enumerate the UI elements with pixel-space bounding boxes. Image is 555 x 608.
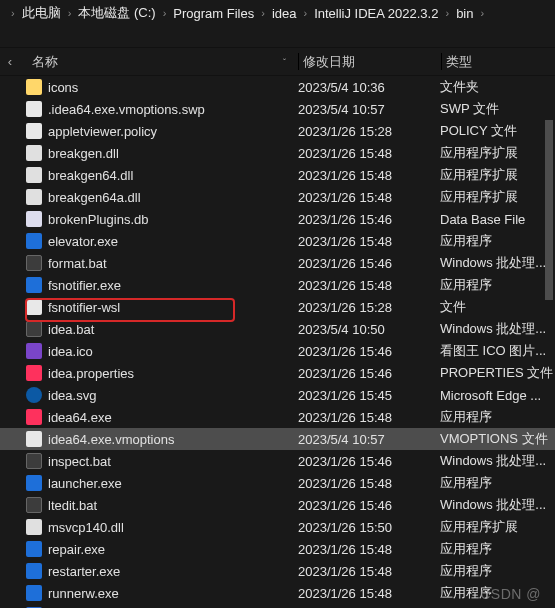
file-icon xyxy=(26,167,42,183)
scrollbar-thumb[interactable] xyxy=(545,120,553,300)
file-date: 2023/1/26 15:48 xyxy=(298,146,440,161)
file-type: 应用程序 xyxy=(440,474,555,492)
file-row[interactable]: format.bat2023/1/26 15:46Windows 批处理... xyxy=(0,252,555,274)
file-icon xyxy=(26,365,42,381)
file-row[interactable]: restarter.exe2023/1/26 15:48应用程序 xyxy=(0,560,555,582)
file-row[interactable]: breakgen64a.dll2023/1/26 15:48应用程序扩展 xyxy=(0,186,555,208)
file-type: Windows 批处理... xyxy=(440,452,555,470)
file-type: 看图王 ICO 图片... xyxy=(440,342,555,360)
file-date: 2023/1/26 15:48 xyxy=(298,190,440,205)
file-icon xyxy=(26,233,42,249)
column-header-type[interactable]: 类型 xyxy=(442,53,555,71)
file-type: 应用程序扩展 xyxy=(440,166,555,184)
file-row[interactable]: ltedit.bat2023/1/26 15:46Windows 批处理... xyxy=(0,494,555,516)
file-type: 应用程序 xyxy=(440,540,555,558)
file-date: 2023/1/26 15:50 xyxy=(298,520,440,535)
file-name: msvcp140.dll xyxy=(48,520,124,535)
file-name: format.bat xyxy=(48,256,107,271)
breadcrumb[interactable]: ›此电脑›本地磁盘 (C:)›Program Files›idea›Intell… xyxy=(0,0,555,26)
sort-indicator-icon: ˇ xyxy=(283,57,286,67)
file-name: idea.ico xyxy=(48,344,93,359)
column-header-date[interactable]: 修改日期 xyxy=(299,53,441,71)
breadcrumb-item[interactable]: 此电脑 xyxy=(20,4,63,22)
file-date: 2023/1/26 15:48 xyxy=(298,234,440,249)
file-type: Data Base File xyxy=(440,212,555,227)
file-row[interactable]: idea.ico2023/1/26 15:46看图王 ICO 图片... xyxy=(0,340,555,362)
file-list[interactable]: icons2023/5/4 10:36文件夹.idea64.exe.vmopti… xyxy=(0,76,555,608)
file-row[interactable]: repair.exe2023/1/26 15:48应用程序 xyxy=(0,538,555,560)
file-row[interactable]: breakgen64.dll2023/1/26 15:48应用程序扩展 xyxy=(0,164,555,186)
file-name: breakgen64.dll xyxy=(48,168,133,183)
file-type: 应用程序 xyxy=(440,408,555,426)
file-row[interactable]: .idea64.exe.vmoptions.swp2023/5/4 10:57S… xyxy=(0,98,555,120)
file-row[interactable]: Uninstall.exe2023/5/4 10:27应用程序 xyxy=(0,604,555,608)
file-date: 2023/1/26 15:48 xyxy=(298,586,440,601)
file-row[interactable]: idea.properties2023/1/26 15:46PROPERTIES… xyxy=(0,362,555,384)
file-name: launcher.exe xyxy=(48,476,122,491)
file-icon xyxy=(26,453,42,469)
breadcrumb-item[interactable]: Program Files xyxy=(171,6,256,21)
file-date: 2023/1/26 15:48 xyxy=(298,476,440,491)
file-row[interactable]: idea.bat2023/5/4 10:50Windows 批处理... xyxy=(0,318,555,340)
file-row[interactable]: fsnotifier.exe2023/1/26 15:48应用程序 xyxy=(0,274,555,296)
file-name: appletviewer.policy xyxy=(48,124,157,139)
breadcrumb-item[interactable]: bin xyxy=(454,6,475,21)
file-type: 文件 xyxy=(440,298,555,316)
file-date: 2023/1/26 15:46 xyxy=(298,498,440,513)
file-name: idea64.exe xyxy=(48,410,112,425)
file-name: idea.svg xyxy=(48,388,96,403)
file-date: 2023/1/26 15:28 xyxy=(298,124,440,139)
file-date: 2023/1/26 15:46 xyxy=(298,454,440,469)
file-date: 2023/1/26 15:46 xyxy=(298,212,440,227)
file-name: elevator.exe xyxy=(48,234,118,249)
breadcrumb-item[interactable]: 本地磁盘 (C:) xyxy=(76,4,157,22)
file-icon xyxy=(26,101,42,117)
file-name: fsnotifier-wsl xyxy=(48,300,120,315)
file-row[interactable]: inspect.bat2023/1/26 15:46Windows 批处理... xyxy=(0,450,555,472)
file-type: 应用程序扩展 xyxy=(440,144,555,162)
file-row[interactable]: idea64.exe2023/1/26 15:48应用程序 xyxy=(0,406,555,428)
file-row[interactable]: brokenPlugins.db2023/1/26 15:46Data Base… xyxy=(0,208,555,230)
file-row[interactable]: msvcp140.dll2023/1/26 15:50应用程序扩展 xyxy=(0,516,555,538)
file-type: PROPERTIES 文件 xyxy=(440,364,555,382)
file-row[interactable]: fsnotifier-wsl2023/1/26 15:28文件 xyxy=(0,296,555,318)
chevron-right-icon: › xyxy=(63,7,77,19)
file-row[interactable]: breakgen.dll2023/1/26 15:48应用程序扩展 xyxy=(0,142,555,164)
breadcrumb-item[interactable]: idea xyxy=(270,6,299,21)
file-row[interactable]: appletviewer.policy2023/1/26 15:28POLICY… xyxy=(0,120,555,142)
file-icon xyxy=(26,79,42,95)
file-row[interactable]: launcher.exe2023/1/26 15:48应用程序 xyxy=(0,472,555,494)
file-type: Windows 批处理... xyxy=(440,320,555,338)
file-row[interactable]: icons2023/5/4 10:36文件夹 xyxy=(0,76,555,98)
chevron-right-icon: › xyxy=(298,7,312,19)
column-header-name[interactable]: 名称 ˇ xyxy=(20,53,298,71)
file-type: POLICY 文件 xyxy=(440,122,555,140)
file-type: SWP 文件 xyxy=(440,100,555,118)
file-name: idea64.exe.vmoptions xyxy=(48,432,174,447)
breadcrumb-item[interactable]: IntelliJ IDEA 2022.3.2 xyxy=(312,6,440,21)
file-row[interactable]: idea64.exe.vmoptions2023/5/4 10:57VMOPTI… xyxy=(0,428,555,450)
file-name: breakgen64a.dll xyxy=(48,190,141,205)
file-type: Microsoft Edge ... xyxy=(440,388,555,403)
chevron-right-icon: › xyxy=(6,7,20,19)
file-date: 2023/5/4 10:36 xyxy=(298,80,440,95)
file-icon xyxy=(26,321,42,337)
file-date: 2023/1/26 15:46 xyxy=(298,366,440,381)
file-name: breakgen.dll xyxy=(48,146,119,161)
file-icon xyxy=(26,123,42,139)
file-row[interactable]: idea.svg2023/1/26 15:45Microsoft Edge ..… xyxy=(0,384,555,406)
file-date: 2023/5/4 10:50 xyxy=(298,322,440,337)
file-name: inspect.bat xyxy=(48,454,111,469)
file-icon xyxy=(26,409,42,425)
back-arrow-icon[interactable]: ‹ xyxy=(0,54,20,69)
file-icon xyxy=(26,541,42,557)
file-icon xyxy=(26,255,42,271)
file-name: idea.bat xyxy=(48,322,94,337)
column-headers: ‹ 名称 ˇ 修改日期 类型 xyxy=(0,48,555,76)
file-icon xyxy=(26,387,42,403)
file-name: restarter.exe xyxy=(48,564,120,579)
file-row[interactable]: runnerw.exe2023/1/26 15:48应用程序 xyxy=(0,582,555,604)
file-type: Windows 批处理... xyxy=(440,254,555,272)
file-row[interactable]: elevator.exe2023/1/26 15:48应用程序 xyxy=(0,230,555,252)
file-icon xyxy=(26,299,42,315)
